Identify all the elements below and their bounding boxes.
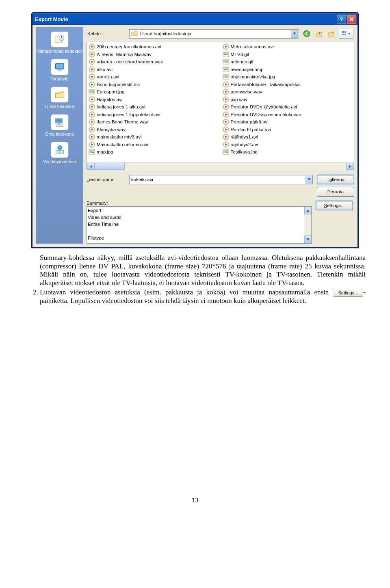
media-icon [223,89,229,95]
media-icon [223,119,229,125]
help-button[interactable]: ? [337,15,346,24]
paragraph-1: Summary-kohdassa näkyy, millä asetuksill… [40,254,366,287]
sidebar-item-desktop[interactable]: Työpöytä [35,58,84,85]
file-item[interactable]: Predator DVDssä ennen elokuvan [223,111,353,119]
file-item[interactable]: Rambo III pätkä.avi [223,126,353,134]
file-item[interactable]: nelonen.gif [223,58,353,66]
scroll-thumb[interactable] [95,163,125,170]
file-item[interactable]: räjähdys2.avi [223,141,353,149]
file-item[interactable]: Bond lopputekstit.avi [89,81,219,89]
horizontal-scrollbar[interactable] [87,162,354,170]
file-name: Partavaahtokone - taikasimpukka. [231,82,301,87]
file-item[interactable]: Testikuva.jpg [223,148,353,156]
summary-line: Filetype [88,235,303,242]
media-icon [89,104,95,110]
up-one-level-button[interactable] [314,29,323,38]
chevron-down-icon[interactable] [291,30,298,38]
file-item[interactable]: James Bond Theme.wav [89,118,219,126]
file-item[interactable]: indiana jones 1 lopputekstit.avi [89,111,219,119]
file-item[interactable]: Partavaahtokone - taikasimpukka. [223,81,353,89]
file-item[interactable]: Harjoitus.avi [89,96,219,104]
file-item[interactable]: A Teens- Mamma Mia.wav [89,51,219,58]
chevron-down-icon[interactable] [306,176,312,184]
close-button[interactable] [347,15,356,24]
file-item[interactable]: MTV3.gif [223,51,353,58]
file-list[interactable]: 20th century fox alkutunnus.aviA Teens- … [87,42,354,170]
file-item[interactable]: Mainoskatko nelonen.avi [89,141,219,149]
svg-rect-17 [344,34,346,35]
sidebar-item-recent[interactable]: Viimeisimmät tiedostot [35,30,84,58]
scroll-right-button[interactable] [346,163,354,170]
file-name: mainoskatko mtv3.avi [97,134,142,139]
file-name: Predator DVDn käyttöohjeita.avi [231,104,297,109]
summary-line: Export [88,207,303,214]
file-item[interactable]: piip.wav [223,96,353,104]
svg-rect-16 [342,34,344,35]
network-icon [51,142,69,158]
file-item[interactable]: indiana jones 1 alku.avi [89,103,219,111]
titlebar[interactable]: Export Movie ? [32,13,358,25]
file-item[interactable]: Eurosport.jpg [89,88,219,96]
file-item[interactable]: Klamydia.wav [89,126,219,134]
file-item[interactable]: räjähdys1.avi [223,133,353,141]
file-item[interactable]: newspaper.bmp [223,66,353,74]
file-name: Eurosport.jpg [97,89,124,94]
mydocs-icon [51,86,69,103]
file-item[interactable]: ohjelmansiirtovika.jpg [223,73,353,81]
file-name: A Teens- Mamma Mia.wav [97,52,152,57]
image-icon [223,58,229,65]
media-icon [89,119,95,125]
vertical-scrollbar[interactable] [304,207,311,243]
summary-textarea[interactable]: ExportVideo and audioEntire Timeline Fil… [87,206,312,244]
file-item[interactable]: mainoskatko mtv3.avi [89,133,219,141]
file-item[interactable]: adverts - one chord wonder.wav [89,58,219,66]
file-item[interactable]: Predator DVDn käyttöohjeita.avi [223,103,353,111]
svg-rect-9 [56,125,63,126]
look-in-value: Ulead harjoitustiedostoja [140,31,288,36]
file-name: Klamydia.wav [97,127,126,132]
scroll-down-button[interactable] [304,236,311,243]
sidebar-item-label: Työpöytä [36,76,83,81]
media-icon [223,81,229,88]
file-name: 20th century fox alkutunnus.avi [97,44,161,49]
scroll-left-button[interactable] [87,163,95,170]
svg-rect-14 [342,31,344,33]
media-icon [223,43,229,50]
back-button[interactable] [302,29,311,38]
file-item[interactable]: 20th century fox alkutunnus.avi [89,43,219,51]
sidebar-item-mycomputer[interactable]: Oma tietokone [35,113,84,141]
summary-line: Video and audio [88,214,303,221]
settings-button[interactable]: Settings... [316,201,353,210]
inline-settings-button: Settings... [333,289,363,297]
sidebar-item-label: Viimeisimmät tiedostot [36,49,83,54]
media-icon [89,141,95,148]
views-button[interactable] [339,29,353,39]
sidebar-item-label: Omat tiedostot [36,104,83,109]
sidebar-item-network[interactable]: Verkkoympäristö [35,141,84,168]
filename-input[interactable]: kokeilu.avi [129,175,313,184]
look-in-combo[interactable]: Ulead harjoitustiedostoja [129,29,299,39]
file-item[interactable]: Predator pätkä.avi [223,118,353,126]
new-folder-button[interactable] [327,29,336,38]
media-icon [89,126,95,133]
file-item[interactable]: armeija.avi [89,73,219,81]
file-name: James Bond Theme.wav [97,119,148,124]
media-icon [223,104,229,110]
summary-label: Summary: [87,201,312,205]
document-body: Summary-kohdassa näkyy, millä asetuksill… [24,254,366,305]
file-name: Harjoitus.avi [97,97,122,102]
file-item[interactable]: Metro alkutunnus.avi [223,43,353,51]
scroll-up-button[interactable] [304,207,311,214]
svg-point-84 [224,150,225,151]
export-movie-dialog: Export Movie ? Viimeisimmät tiedostot [31,12,359,248]
sidebar-item-mydocs[interactable]: Omat tiedostot [35,85,84,113]
desktop-icon [51,59,69,75]
sidebar-item-label: Oma tietokone [36,132,83,136]
file-item[interactable]: map.jpg [89,148,219,156]
save-button[interactable]: Tallenna [317,175,354,184]
file-item[interactable]: pennywise.wav [223,88,353,96]
cancel-button[interactable]: Peruuta [317,187,354,197]
file-item[interactable]: alku.avi [89,66,219,74]
svg-point-13 [303,30,310,37]
media-icon [89,43,95,50]
